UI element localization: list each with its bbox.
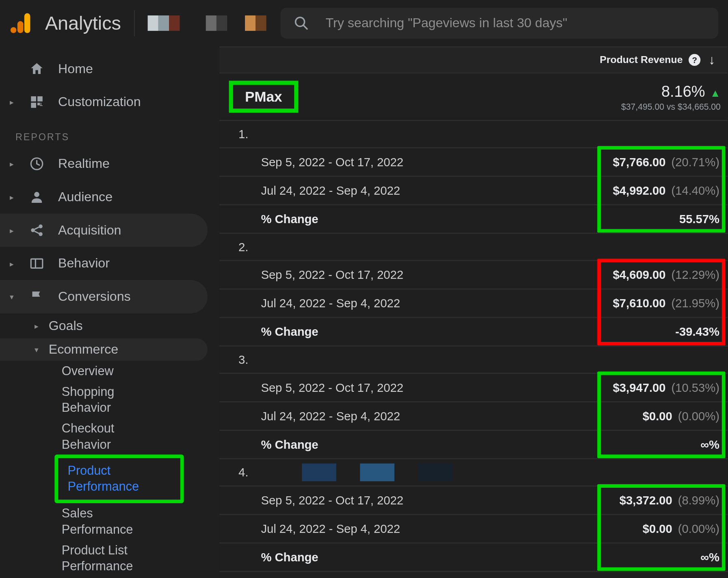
nav-behavior[interactable]: ▸ Behavior: [0, 247, 219, 280]
svg-rect-5: [31, 96, 36, 102]
revenue-value: $0.00: [643, 522, 672, 535]
pct-change-label: % Change: [219, 325, 591, 339]
group-index: 1.: [219, 127, 248, 141]
color-swatch: [206, 15, 217, 31]
svg-rect-7: [31, 103, 36, 108]
svg-rect-10: [41, 103, 41, 105]
date-range-row: Jul 24, 2022 - Sep 4, 2022 $7,610.00 (21…: [219, 289, 728, 318]
person-icon: [28, 189, 45, 205]
revenue-pct: (0.00%): [676, 522, 719, 535]
help-icon[interactable]: ?: [689, 54, 700, 66]
date-range-a: Sep 5, 2022 - Oct 17, 2022: [219, 493, 591, 507]
sort-desc-icon[interactable]: ↓: [706, 52, 717, 67]
nav-ec-shopping-behavior[interactable]: Shopping Behavior: [0, 382, 219, 418]
reports-section-label: REPORTS: [0, 119, 219, 147]
sidebar: Home ▸ Customization REPORTS ▸ Realtime …: [0, 46, 219, 578]
share-icon: [28, 222, 45, 239]
summary-compare: $37,495.00 vs $34,665.00: [621, 102, 721, 111]
svg-line-4: [303, 25, 307, 29]
divider: [134, 10, 134, 36]
flag-icon: [28, 289, 45, 305]
svg-rect-9: [40, 105, 42, 106]
redacted-box: [302, 463, 336, 481]
svg-rect-8: [37, 103, 40, 105]
nav-ecommerce[interactable]: ▾Ecommerce: [0, 338, 208, 361]
revenue-value: $0.00: [643, 409, 672, 422]
color-swatch: [169, 15, 180, 31]
revenue-pct: (21.95%): [669, 296, 719, 309]
nav-ecommerce-label: Ecommerce: [49, 342, 118, 357]
pct-change-value: ∞%: [700, 550, 719, 563]
group-index-row: 1.: [219, 121, 728, 148]
nav-ec-product-list-performance[interactable]: Product List Performance: [0, 540, 219, 576]
col-product-revenue[interactable]: Product Revenue ? ↓: [592, 52, 728, 67]
date-range-a: Sep 5, 2022 - Oct 17, 2022: [219, 381, 591, 395]
nav-ec-product-performance[interactable]: Product Performance: [63, 461, 176, 498]
trend-up-icon: ▲: [710, 87, 721, 99]
columns-icon: [28, 255, 45, 272]
app-logo[interactable]: Analytics: [4, 11, 121, 35]
svg-point-13: [31, 228, 35, 232]
nav-ec-product-performance-highlight: Product Performance: [54, 455, 184, 503]
pct-change-value: 55.57%: [679, 212, 719, 225]
nav-home[interactable]: Home: [0, 52, 219, 85]
group-index-row: 2.: [219, 234, 728, 261]
date-range-row: Sep 5, 2022 - Oct 17, 2022 $3,372.00 (8.…: [219, 487, 728, 515]
nav-customization[interactable]: ▸ Customization: [0, 85, 219, 119]
nav-ec-checkout-behavior[interactable]: Checkout Behavior: [0, 418, 219, 455]
nav-conversions-label: Conversions: [58, 289, 197, 304]
revenue-pct: (14.40%): [669, 184, 719, 197]
nav-conversions[interactable]: ▾ Conversions: [0, 280, 208, 313]
color-swatch: [245, 15, 256, 31]
segment-label: PMax: [245, 89, 282, 104]
date-range-row: Sep 5, 2022 - Oct 17, 2022 $3,947.00 (10…: [219, 374, 728, 402]
date-range-b: Jul 24, 2022 - Sep 4, 2022: [219, 409, 591, 423]
color-swatch: [256, 15, 266, 31]
search-bar[interactable]: [281, 8, 718, 39]
pct-change-row: % Change 55.57%: [219, 205, 728, 234]
group-index: 4.: [219, 465, 248, 479]
date-range-a: Sep 5, 2022 - Oct 17, 2022: [219, 268, 591, 282]
date-range-row: Sep 5, 2022 - Oct 17, 2022 $4,609.00 (12…: [219, 261, 728, 289]
nav-goals-label: Goals: [49, 318, 83, 334]
color-swatch: [148, 15, 158, 31]
nav-ec-sales-performance[interactable]: Sales Performance: [0, 503, 219, 540]
table-header: Product Revenue ? ↓: [219, 46, 728, 74]
date-range-b: Jul 24, 2022 - Sep 4, 2022: [219, 522, 591, 536]
revenue-pct: (20.71%): [669, 155, 719, 168]
nav-audience[interactable]: ▸ Audience: [0, 180, 219, 214]
nav-realtime[interactable]: ▸ Realtime: [0, 147, 219, 180]
pct-change-value: ∞%: [700, 438, 719, 451]
summary-row: PMax 8.16% ▲ $37,495.00 vs $34,665.00: [219, 74, 728, 121]
color-swatch: [217, 15, 227, 31]
pct-change-label: % Change: [219, 212, 591, 226]
nav-ec-overview[interactable]: Overview: [0, 361, 219, 382]
revenue-value: $3,947.00: [613, 381, 666, 394]
nav-marketing[interactable]: ▸Marketing: [0, 577, 219, 578]
date-range-row: Jul 24, 2022 - Sep 4, 2022 $0.00 (0.00%): [219, 515, 728, 543]
date-range-b: Jul 24, 2022 - Sep 4, 2022: [219, 296, 591, 310]
revenue-pct: (12.29%): [669, 268, 719, 281]
revenue-value: $4,609.00: [613, 268, 666, 281]
nav-goals[interactable]: ▸Goals: [0, 313, 219, 338]
svg-point-15: [39, 232, 42, 236]
redacted-box: [418, 463, 453, 481]
analytics-logo-icon: [9, 11, 33, 35]
search-input[interactable]: [326, 15, 705, 31]
revenue-value: $3,372.00: [620, 493, 672, 506]
svg-rect-6: [37, 96, 43, 102]
date-range-a: Sep 5, 2022 - Oct 17, 2022: [219, 155, 591, 169]
pct-change-value: -39.43%: [675, 325, 719, 338]
pct-change-label: % Change: [219, 550, 591, 564]
svg-rect-1: [17, 21, 24, 33]
date-range-row: Sep 5, 2022 - Oct 17, 2022 $7,766.00 (20…: [219, 148, 728, 177]
account-swatches[interactable]: [148, 15, 266, 31]
nav-acquisition[interactable]: ▸ Acquisition: [0, 214, 208, 247]
revenue-pct: (0.00%): [676, 409, 719, 422]
redacted-labels: [302, 463, 453, 481]
dashboard-icon: [28, 94, 45, 111]
summary-pct: 8.16%: [661, 82, 705, 100]
revenue-value: $4,992.00: [613, 184, 666, 197]
group-index: 2.: [219, 240, 248, 254]
svg-point-2: [11, 27, 17, 33]
